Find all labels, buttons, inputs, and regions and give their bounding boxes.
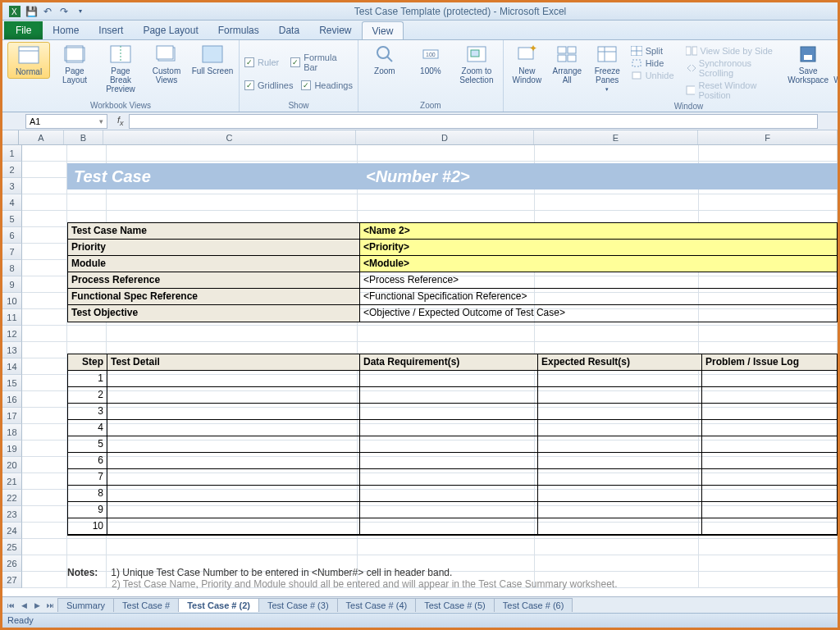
steps-cell[interactable]: [360, 436, 538, 453]
cell[interactable]: [67, 326, 107, 342]
meta-value[interactable]: <Objective / Expected Outcome of Test Ca…: [360, 305, 837, 322]
cell[interactable]: [358, 194, 535, 211]
sheet-tab[interactable]: Test Case # (4): [337, 598, 417, 612]
row-header[interactable]: 26: [2, 555, 22, 572]
tab-nav-last-icon[interactable]: ⏭: [43, 601, 57, 609]
column-header[interactable]: A: [19, 130, 64, 144]
steps-cell[interactable]: [360, 502, 538, 518]
cell[interactable]: [22, 227, 67, 244]
steps-cell[interactable]: [360, 518, 538, 535]
row-header[interactable]: 17: [2, 408, 22, 424]
row-header[interactable]: 1: [2, 145, 22, 162]
sheet-tab[interactable]: Test Case # (5): [415, 598, 495, 612]
meta-value[interactable]: <Functional Specification Reference>: [360, 289, 837, 304]
row-header[interactable]: 14: [2, 358, 22, 375]
cell[interactable]: [358, 539, 535, 555]
file-tab[interactable]: File: [4, 21, 43, 39]
steps-cell[interactable]: [538, 404, 702, 420]
cell[interactable]: [22, 539, 67, 555]
cell[interactable]: [22, 194, 67, 211]
steps-cell[interactable]: [107, 387, 360, 404]
steps-cell[interactable]: [702, 486, 837, 502]
headings-checkbox[interactable]: ✓Headings: [301, 79, 352, 92]
cell[interactable]: [22, 375, 67, 391]
custom-views-button[interactable]: Custom Views: [145, 42, 188, 86]
steps-cell[interactable]: [107, 371, 360, 387]
steps-cell[interactable]: [107, 518, 360, 535]
ribbon-tab-data[interactable]: Data: [269, 21, 309, 39]
row-header[interactable]: 15: [2, 375, 22, 391]
tab-nav-next-icon[interactable]: ▶: [30, 601, 43, 609]
column-header[interactable]: C: [103, 130, 356, 144]
save-icon[interactable]: 💾: [24, 4, 39, 19]
hide-button[interactable]: Hide: [629, 57, 676, 69]
steps-cell[interactable]: [702, 469, 837, 486]
new-window-button[interactable]: ✦New Window: [509, 42, 546, 86]
steps-cell[interactable]: [538, 518, 702, 535]
steps-cell[interactable]: [538, 502, 702, 518]
column-header[interactable]: B: [64, 130, 103, 144]
steps-cell[interactable]: [107, 469, 360, 486]
sheet-tab[interactable]: Test Case #: [113, 598, 179, 612]
steps-cell[interactable]: [538, 436, 702, 453]
qat-more-icon[interactable]: ▾: [73, 4, 88, 19]
tab-nav-prev-icon[interactable]: ◀: [17, 601, 30, 609]
cell[interactable]: [22, 572, 67, 588]
steps-cell[interactable]: [702, 387, 837, 404]
cell[interactable]: [107, 145, 358, 162]
zoom-button[interactable]: Zoom: [363, 42, 406, 77]
cell[interactable]: [67, 194, 107, 211]
row-header[interactable]: 3: [2, 178, 22, 194]
cell[interactable]: [22, 424, 67, 441]
steps-cell[interactable]: 9: [68, 502, 107, 518]
steps-cell[interactable]: 2: [68, 387, 107, 404]
cell[interactable]: [22, 408, 67, 424]
steps-cell[interactable]: [538, 420, 702, 436]
cell[interactable]: [22, 555, 67, 572]
cell[interactable]: [699, 539, 838, 555]
steps-cell[interactable]: [702, 404, 837, 420]
row-header[interactable]: 18: [2, 424, 22, 441]
row-header[interactable]: 23: [2, 506, 22, 523]
meta-value[interactable]: <Name 2>: [360, 223, 837, 239]
cell[interactable]: [22, 244, 67, 260]
steps-cell[interactable]: [702, 518, 837, 535]
steps-cell[interactable]: [538, 453, 702, 469]
cell[interactable]: [22, 260, 67, 276]
steps-cell[interactable]: [360, 420, 538, 436]
row-header[interactable]: 8: [2, 260, 22, 276]
cell[interactable]: [358, 145, 535, 162]
steps-cell[interactable]: [360, 486, 538, 502]
ribbon-tab-home[interactable]: Home: [43, 21, 89, 39]
sheet-tab[interactable]: Summary: [57, 598, 114, 612]
cell[interactable]: [22, 145, 67, 162]
cell[interactable]: [22, 309, 67, 326]
name-box[interactable]: A1: [25, 114, 107, 129]
cell[interactable]: [22, 342, 67, 358]
steps-cell[interactable]: [107, 502, 360, 518]
steps-cell[interactable]: [360, 404, 538, 420]
zoom-to-selection-button[interactable]: Zoom to Selection: [455, 42, 498, 86]
cell[interactable]: [699, 572, 838, 588]
steps-cell[interactable]: [538, 387, 702, 404]
steps-cell[interactable]: [107, 453, 360, 469]
cell[interactable]: [22, 457, 67, 473]
worksheet[interactable]: ABCDEF 123456789101112131415161718192021…: [2, 130, 838, 596]
save-workspace-button[interactable]: Save Workspace: [788, 42, 829, 86]
meta-value[interactable]: <Process Reference>: [360, 272, 837, 288]
row-header[interactable]: 4: [2, 194, 22, 211]
meta-value[interactable]: <Module>: [360, 256, 837, 272]
steps-cell[interactable]: 8: [68, 486, 107, 502]
steps-cell[interactable]: [538, 469, 702, 486]
cell[interactable]: [22, 391, 67, 408]
arrange-all-button[interactable]: Arrange All: [549, 42, 586, 86]
row-header[interactable]: 25: [2, 539, 22, 555]
page-layout-button[interactable]: Page Layout: [53, 42, 96, 86]
cell[interactable]: [22, 523, 67, 539]
freeze-panes-button[interactable]: Freeze Panes▾: [589, 42, 626, 95]
cell[interactable]: [699, 326, 838, 342]
cell[interactable]: [535, 194, 698, 211]
gridlines-checkbox[interactable]: ✓Gridlines: [244, 79, 293, 92]
steps-cell[interactable]: [360, 453, 538, 469]
steps-cell[interactable]: [538, 371, 702, 387]
